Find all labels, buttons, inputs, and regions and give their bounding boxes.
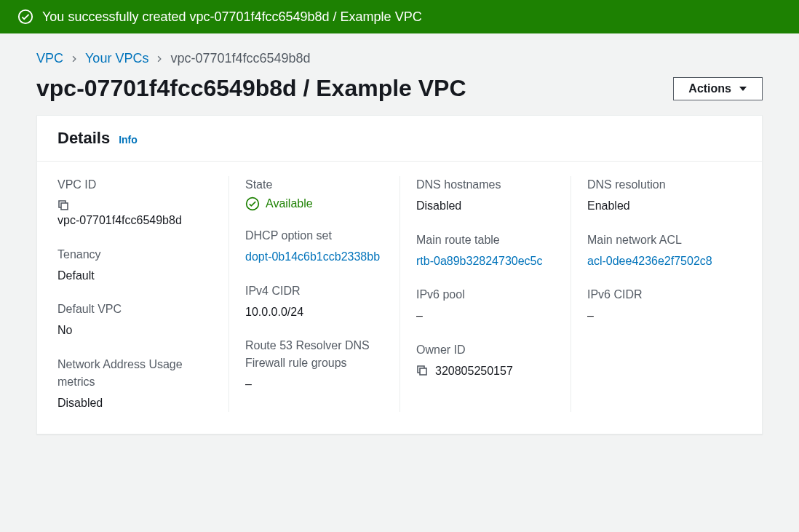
field-tenancy: Tenancy Default [57,246,212,285]
field-value: Available [266,197,313,210]
copy-icon[interactable] [416,365,428,376]
field-value: 10.0.0.0/24 [245,303,383,322]
details-column-2: State Available DHCP option set dopt-0b1… [228,176,400,412]
panel-heading: Details [57,129,110,148]
field-value: – [416,306,554,325]
field-r53-firewall: Route 53 Resolver DNS Firewall rule grou… [245,337,383,394]
field-value: 320805250157 [435,362,513,381]
field-owner-id: Owner ID 320805250157 [416,341,554,381]
info-link[interactable]: Info [119,134,138,146]
main-route-table-link[interactable]: rtb-0a89b32824730ec5c [416,255,542,267]
field-ipv6-pool: IPv6 pool – [416,286,554,325]
field-label: IPv6 pool [416,286,554,303]
breadcrumb: VPC Your VPCs vpc-07701f4fcc6549b8d [36,51,763,66]
title-row: vpc-07701f4fcc6549b8d / Example VPC Acti… [36,75,763,102]
field-value: Disabled [416,196,554,215]
breadcrumb-current: vpc-07701f4fcc6549b8d [170,51,310,66]
field-label: VPC ID [57,176,212,194]
chevron-right-icon [156,51,163,66]
field-ipv6-cidr: IPv6 CIDR – [587,286,742,325]
field-label: Main network ACL [587,231,742,249]
svg-rect-3 [420,368,426,375]
check-circle-icon [245,196,260,211]
field-value: Enabled [587,196,742,215]
field-dns-hostnames: DNS hostnames Disabled [416,176,554,215]
field-label: DNS resolution [587,176,742,194]
field-vpc-id: VPC ID vpc-07701f4fcc6549b8d [57,176,212,230]
field-value: No [57,321,212,340]
svg-point-0 [19,10,32,23]
field-main-route-table: Main route table rtb-0a89b32824730ec5c [416,231,554,271]
details-column-3: DNS hostnames Disabled Main route table … [400,176,571,412]
field-label: Network Address Usage metrics [57,356,212,391]
field-label: Owner ID [416,341,554,359]
success-banner: You successfully created vpc-07701f4fcc6… [0,0,799,33]
copy-icon[interactable] [57,199,69,211]
chevron-right-icon [71,51,78,66]
caret-down-icon [739,84,747,93]
field-dhcp-option-set: DHCP option set dopt-0b14c6b1ccb2338bb [245,227,383,266]
field-value: – [587,306,742,325]
breadcrumb-link-your-vpcs[interactable]: Your VPCs [85,51,148,66]
svg-rect-1 [61,203,68,210]
field-label: Default VPC [57,301,212,318]
field-label: Main route table [416,231,554,249]
field-label: DNS hostnames [416,176,554,194]
field-ipv4-cidr: IPv4 CIDR 10.0.0.0/24 [245,282,383,322]
field-label: DHCP option set [245,227,383,245]
field-default-vpc: Default VPC No [57,301,212,340]
panel-body: VPC ID vpc-07701f4fcc6549b8d Tenancy Def… [37,162,762,434]
field-label: Route 53 Resolver DNS Firewall rule grou… [245,337,383,372]
banner-message: You successfully created vpc-07701f4fcc6… [42,9,422,25]
status-badge: Available [245,196,383,211]
main-network-acl-link[interactable]: acl-0dee4236e2f7502c8 [587,255,712,267]
field-value: vpc-07701f4fcc6549b8d [57,211,212,230]
svg-point-2 [247,198,259,210]
details-column-1: VPC ID vpc-07701f4fcc6549b8d Tenancy Def… [57,176,228,412]
field-naum: Network Address Usage metrics Disabled [57,356,212,413]
actions-button[interactable]: Actions [673,77,763,100]
field-label: IPv6 CIDR [587,286,742,303]
field-label: State [245,176,383,194]
check-circle-icon [17,9,33,25]
page-content: VPC Your VPCs vpc-07701f4fcc6549b8d vpc-… [0,33,799,452]
field-value: Disabled [57,394,212,413]
details-column-4: DNS resolution Enabled Main network ACL … [571,176,742,412]
details-panel: Details Info VPC ID vpc-07701f4fcc6549b8… [36,115,763,434]
field-value: – [245,375,383,394]
panel-header: Details Info [37,116,762,162]
field-label: IPv4 CIDR [245,282,383,300]
field-label: Tenancy [57,246,212,263]
breadcrumb-link-vpc[interactable]: VPC [36,51,63,66]
page-title: vpc-07701f4fcc6549b8d / Example VPC [36,75,466,102]
dhcp-option-set-link[interactable]: dopt-0b14c6b1ccb2338bb [245,250,380,263]
field-value: Default [57,266,212,285]
actions-label: Actions [688,82,731,95]
field-main-network-acl: Main network ACL acl-0dee4236e2f7502c8 [587,231,742,271]
field-dns-resolution: DNS resolution Enabled [587,176,742,215]
field-state: State Available [245,176,383,211]
